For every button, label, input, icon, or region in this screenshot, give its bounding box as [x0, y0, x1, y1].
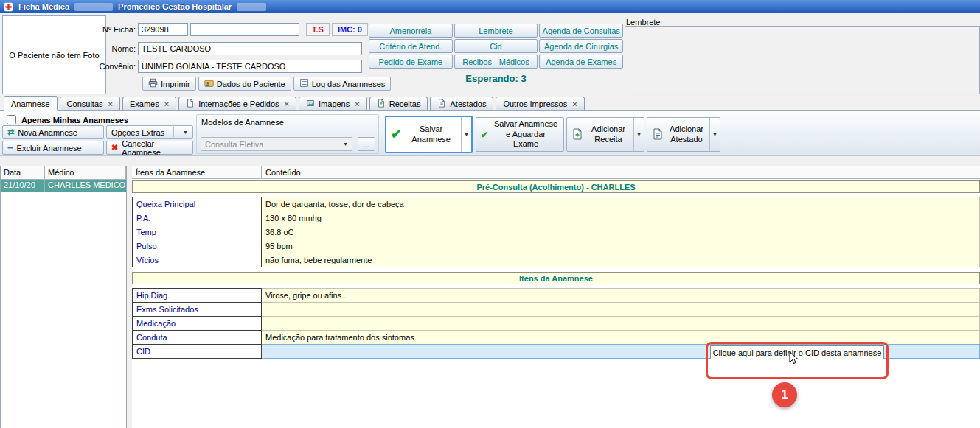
salvar-aguardar-exame-button[interactable]: ✔ Salvar Anamnese e Aguardar Exame: [476, 117, 564, 152]
nova-anamnese-button[interactable]: ⇄ Nova Anamnese: [2, 125, 104, 139]
modelos-anamnese-group: Modelos de Anamnese Consulta Eletiva ▼ .…: [196, 114, 379, 154]
apenas-minhas-checkbox[interactable]: [7, 115, 16, 124]
quick-pedido-exame-button[interactable]: Pedido de Exame: [369, 55, 453, 69]
tab-imagens[interactable]: Imagens ×: [299, 97, 367, 110]
item-content[interactable]: [262, 316, 980, 331]
item-content[interactable]: Dor de garganta, tosse, dor de cabeça: [262, 197, 980, 211]
check-icon: ✔: [481, 130, 488, 140]
convenio-label: Convênio:: [94, 62, 136, 71]
salvar-anamnese-label: Salvar Anamnese: [406, 124, 456, 145]
conteudo-column-header: Conteúdo: [262, 166, 980, 178]
opcoes-extras-button[interactable]: Opções Extras ▼: [106, 125, 193, 139]
modelos-more-button[interactable]: ...: [358, 137, 375, 151]
app-window: Ficha Médica Promedico Gestão Hospitalar…: [0, 0, 980, 428]
anamnese-item-rows: Hip.Diag. Virose, gripe ou afins.. Exms …: [132, 288, 980, 359]
quick-agenda-consultas-button[interactable]: Agenda de Consultas: [539, 24, 623, 38]
app-name: Promedico Gestão Hospitalar: [118, 2, 232, 11]
nome-input[interactable]: [138, 42, 362, 55]
tab-exames[interactable]: Exames ×: [122, 97, 176, 110]
quick-agenda-cirurgias-button[interactable]: Agenda de Cirurgias: [539, 39, 623, 53]
item-content[interactable]: [262, 302, 980, 317]
salvar-anamnese-main[interactable]: ✔ Salvar Anamnese: [386, 117, 461, 152]
quick-amenorreia-button[interactable]: Amenorreia: [369, 24, 453, 38]
cancelar-anamnese-button[interactable]: ✖ Cancelar Anamnese: [106, 141, 193, 155]
divider: [173, 127, 174, 137]
adicionar-receita-button[interactable]: Adicionar Receita ▼: [566, 117, 644, 152]
close-icon[interactable]: ×: [108, 99, 113, 108]
close-icon[interactable]: ×: [355, 99, 359, 108]
salvar-dropdown[interactable]: ▼: [461, 117, 471, 152]
adicionar-atestado-button[interactable]: Adicionar Atestado ▼: [647, 117, 720, 152]
quick-recibos-medicos-button[interactable]: Recibos - Médicos: [454, 55, 538, 69]
tab-outros-impressos[interactable]: Outros Impressos ×: [496, 97, 584, 110]
patient-actions: Imprimir Dados do Paciente Log das Anamn…: [142, 77, 391, 91]
cancel-x-icon: ✖: [111, 143, 118, 152]
adicionar-receita-label: Adicionar Receita: [588, 124, 629, 145]
imprimir-button[interactable]: Imprimir: [142, 77, 196, 91]
item-content[interactable]: não fuma, bebe regularmente: [262, 253, 980, 267]
adicionar-receita-main[interactable]: Adicionar Receita: [567, 118, 633, 151]
item-content[interactable]: 130 x 80 mmhg: [262, 211, 980, 225]
tab-strip: Anamnese Consultas × Exames × Internaçõe…: [0, 96, 980, 111]
atestado-dropdown[interactable]: ▼: [709, 118, 720, 151]
certificate-icon: [652, 128, 664, 141]
quick-criterio-atend-button[interactable]: Critério de Atend.: [369, 39, 453, 53]
salvar-anamnese-button[interactable]: ✔ Salvar Anamnese ▼: [385, 116, 473, 153]
excluir-anamnese-label: Excluir Anamnese: [17, 144, 82, 152]
tab-anamnese[interactable]: Anamnese: [4, 96, 58, 111]
item-content[interactable]: 36.8 oC: [262, 225, 980, 239]
convenio-input[interactable]: [138, 60, 362, 73]
anamnese-record-row[interactable]: 21/10/20 CHARLLES MEDICO: [1, 180, 126, 192]
tab-receitas[interactable]: Receitas: [369, 97, 428, 110]
quick-agenda-exames-button[interactable]: Agenda de Exames: [539, 55, 623, 69]
convenio-row: Convênio:: [94, 60, 362, 73]
item-content[interactable]: 95 bpm: [262, 239, 980, 253]
tab-consultas[interactable]: Consultas ×: [60, 97, 120, 110]
item-content[interactable]: Medicação para tratamento dos sintomas.: [262, 330, 980, 345]
printer-icon: [148, 78, 158, 89]
table-row: Conduta Medicação para tratamento dos si…: [132, 330, 980, 345]
ts-button[interactable]: T.S: [306, 23, 330, 36]
no-photo-text: O Paciente não tem Foto: [9, 51, 99, 60]
anamnese-table: Ítens da Anamnese Conteúdo Pré-Consulta …: [132, 166, 980, 428]
adicionar-atestado-main[interactable]: Adicionar Atestado: [647, 118, 709, 151]
receita-dropdown[interactable]: ▼: [633, 118, 644, 151]
close-icon[interactable]: ×: [285, 99, 289, 108]
mouse-cursor-icon: [789, 351, 799, 365]
modelo-anamnese-select[interactable]: Consulta Eletiva ▼: [201, 137, 352, 151]
certificate-icon: [437, 99, 446, 109]
item-label: Exms Solicitados: [132, 302, 262, 317]
item-label: Temp: [132, 225, 262, 239]
salvar-aguardar-main[interactable]: ✔ Salvar Anamnese e Aguardar Exame: [476, 118, 563, 151]
lembrete-panel[interactable]: [625, 26, 980, 94]
tab-atestados[interactable]: Atestados: [430, 97, 493, 110]
ficha-input[interactable]: [138, 23, 188, 36]
secondary-input[interactable]: [190, 23, 299, 36]
chevron-down-icon[interactable]: ▼: [183, 130, 188, 135]
anamneses-list-header: Data Médico: [1, 166, 126, 180]
item-label: Pulso: [132, 239, 262, 253]
tab-label: Consultas: [67, 99, 103, 108]
tab-label: Anamnese: [11, 99, 50, 108]
adicionar-atestado-label: Adicionar Atestado: [668, 124, 705, 145]
esperando-status: Esperando: 3: [369, 73, 623, 84]
item-label: Conduta: [132, 330, 262, 345]
cid-content-cell[interactable]: [262, 344, 980, 359]
excluir-anamnese-button[interactable]: − Excluir Anamnese: [2, 141, 104, 155]
quick-lembrete-button[interactable]: Lembrete: [454, 24, 538, 38]
item-content[interactable]: Virose, gripe ou afins..: [262, 288, 980, 303]
table-row: Temp 36.8 oC: [132, 225, 980, 239]
dados-paciente-label: Dados do Paciente: [217, 80, 285, 88]
quick-cid-button[interactable]: Cid: [454, 39, 538, 53]
itens-column-header: Ítens da Anamnese: [132, 166, 262, 178]
redacted-block: [74, 3, 113, 11]
modelo-selected-value: Consulta Eletiva: [205, 140, 264, 149]
opcoes-extras-label: Opções Extras: [111, 128, 164, 137]
item-label: Medicação: [132, 316, 262, 331]
redacted-block: [237, 3, 266, 11]
log-list-icon: [299, 78, 309, 89]
tab-internacoes-pedidos[interactable]: Internações e Pedidos ×: [178, 97, 296, 110]
dados-paciente-button[interactable]: Dados do Paciente: [198, 77, 291, 91]
close-icon[interactable]: ×: [164, 99, 169, 108]
close-icon[interactable]: ×: [572, 99, 577, 108]
